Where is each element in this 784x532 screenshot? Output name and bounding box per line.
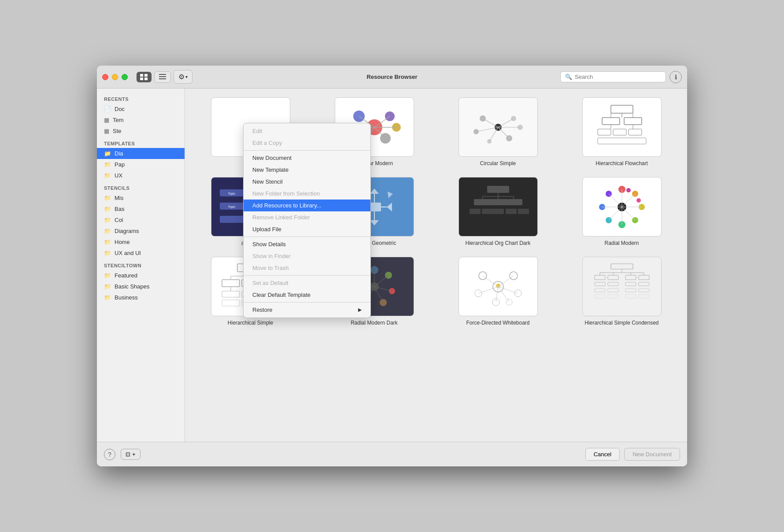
svg-line-97 (609, 207, 622, 220)
folder-icon: 📁 (104, 283, 111, 290)
sidebar-section-stencils: STENCILS (97, 181, 185, 192)
sidebar-item-template-recent[interactable]: ▦ Tem (97, 115, 185, 126)
menu-divider-3 (244, 275, 370, 276)
folder-icon: 📁 (104, 239, 111, 245)
minimize-button[interactable] (112, 74, 118, 80)
svg-rect-155 (608, 275, 618, 280)
menu-item-show-details[interactable]: Show Details (244, 238, 370, 250)
svg-rect-34 (611, 105, 633, 113)
menu-item-upload-file[interactable]: Upload File (244, 223, 370, 235)
menu-item-set-default[interactable]: Set as Default (244, 277, 370, 289)
menu-divider-1 (244, 150, 370, 151)
template-item-circular-simple[interactable]: Circular Simple (441, 97, 555, 166)
svg-line-95 (622, 207, 635, 220)
sidebar-item-doc[interactable]: 📄 Doc (97, 103, 185, 115)
sidebar-item-label: Basic Shapes (115, 283, 150, 290)
sidebar-item-stencil-recent[interactable]: ▦ Ste (97, 126, 185, 137)
menu-item-edit-copy[interactable]: Edit a Copy (244, 137, 370, 149)
sidebar-item-label: Doc (115, 106, 125, 112)
svg-rect-165 (639, 288, 649, 292)
svg-rect-106 (222, 280, 240, 287)
footer: ? ⊡ + Cancel New Document (97, 442, 687, 466)
sidebar-item-business[interactable]: 📁 Business (97, 292, 185, 303)
sidebar-item-label: Home (115, 239, 130, 245)
sidebar-item-label: Col (115, 217, 123, 223)
template-item-hierarchical-org-dark[interactable]: Hierarchical Org Chart Dark (441, 177, 555, 246)
svg-rect-157 (639, 275, 649, 280)
menu-item-new-template[interactable]: New Template (244, 164, 370, 176)
svg-rect-76 (470, 209, 481, 214)
menu-divider-2 (244, 236, 370, 237)
menu-item-add-resources[interactable]: Add Resources to Library... (244, 200, 370, 211)
sidebar-item-featured[interactable]: 📁 Featured (97, 270, 185, 281)
menu-item-move-trash[interactable]: Move to Trash (244, 262, 370, 274)
maximize-button[interactable] (122, 74, 128, 80)
menu-item-remove-linked[interactable]: Remove Linked Folder (244, 211, 370, 223)
svg-rect-44 (629, 129, 642, 135)
sidebar-item-label: Ste (113, 128, 122, 134)
svg-rect-37 (624, 118, 642, 125)
sidebar-item-basic-shapes[interactable]: 📁 Basic Shapes (97, 281, 185, 292)
svg-point-91 (636, 198, 641, 203)
template-thumb-radial-modern (582, 177, 662, 236)
template-label: Circular Simple (480, 160, 516, 166)
sidebar-item-label: UX (115, 172, 122, 179)
menu-item-label: Edit a Copy (252, 140, 282, 146)
sidebar-item-col[interactable]: 📁 Col (97, 214, 185, 225)
camera-icon: ⊡ (126, 451, 130, 458)
main-content: Circular Modern (185, 89, 687, 442)
new-document-button[interactable]: New Document (624, 448, 680, 461)
menu-item-new-folder[interactable]: New Folder from Selection (244, 188, 370, 200)
action-gear-button[interactable]: ⚙ ▾ (174, 70, 192, 84)
menu-item-new-document[interactable]: New Document (244, 152, 370, 164)
menu-item-label: Show in Finder (252, 253, 291, 259)
list-view-button[interactable] (154, 71, 171, 83)
sidebar-item-home[interactable]: 📁 Home (97, 236, 185, 248)
svg-line-28 (483, 118, 498, 127)
svg-line-146 (498, 287, 509, 302)
svg-rect-163 (608, 288, 618, 292)
menu-divider-4 (244, 302, 370, 303)
sidebar-item-label: Featured (115, 272, 137, 279)
menu-item-clear-default[interactable]: Clear Default Template (244, 289, 370, 301)
menu-item-edit[interactable]: Edit (244, 125, 370, 137)
template-label: Hierarchical Org Chart Dark (465, 240, 530, 246)
sidebar-section-templates: TEMPLATES (97, 137, 185, 148)
search-box[interactable]: 🔍 (560, 71, 666, 82)
template-item-radial-modern[interactable]: Radial Modern (565, 177, 678, 246)
footer-right: Cancel New Document (585, 448, 680, 461)
close-button[interactable] (102, 74, 108, 80)
search-icon: 🔍 (565, 74, 572, 80)
traffic-lights (102, 74, 128, 80)
svg-marker-61 (388, 192, 393, 198)
template-item-hierarchical-simple-condensed[interactable]: Hierarchical Simple Condensed (565, 257, 678, 326)
template-item-hierarchical-flowchart[interactable]: Hierarchical Flowchart (565, 97, 678, 166)
titlebar: ⚙ ▾ Resource Browser 🔍 ℹ (97, 66, 687, 89)
svg-line-99 (609, 194, 622, 207)
menu-item-new-stencil[interactable]: New Stencil (244, 176, 370, 188)
grid-view-button[interactable] (137, 72, 152, 82)
submenu-arrow-icon: ▶ (358, 307, 362, 313)
template-item-force-directed[interactable]: Force-Directed Whiteboard (441, 257, 555, 326)
info-button[interactable]: ℹ (669, 71, 682, 83)
help-icon: ? (108, 451, 111, 458)
sidebar-item-diagrams[interactable]: 📁 Diagrams (97, 225, 185, 236)
menu-item-show-finder[interactable]: Show in Finder (244, 250, 370, 262)
folder-icon: 📁 (104, 195, 111, 201)
sidebar-item-pap[interactable]: 📁 Pap (97, 159, 185, 170)
sidebar-item-ux-ui[interactable]: 📁 UX and UI (97, 248, 185, 259)
svg-rect-43 (613, 129, 626, 135)
svg-rect-42 (598, 129, 611, 135)
sidebar-item-ux-templates[interactable]: 📁 UX (97, 170, 185, 181)
sidebar-item-templates-active[interactable]: 📁 Dia (97, 148, 185, 159)
help-button[interactable]: ? (104, 449, 115, 460)
svg-rect-147 (611, 264, 633, 269)
sidebar-item-mis[interactable]: 📁 Mis (97, 192, 185, 203)
cancel-button[interactable]: Cancel (585, 448, 620, 461)
menu-item-label: Clear Default Template (252, 292, 311, 298)
new-resource-button[interactable]: ⊡ + (121, 449, 141, 460)
search-input[interactable] (575, 74, 661, 80)
sidebar-item-bas[interactable]: 📁 Bas (97, 203, 185, 214)
folder-icon: 📁 (104, 272, 111, 279)
menu-item-restore[interactable]: Restore ▶ (244, 304, 370, 316)
